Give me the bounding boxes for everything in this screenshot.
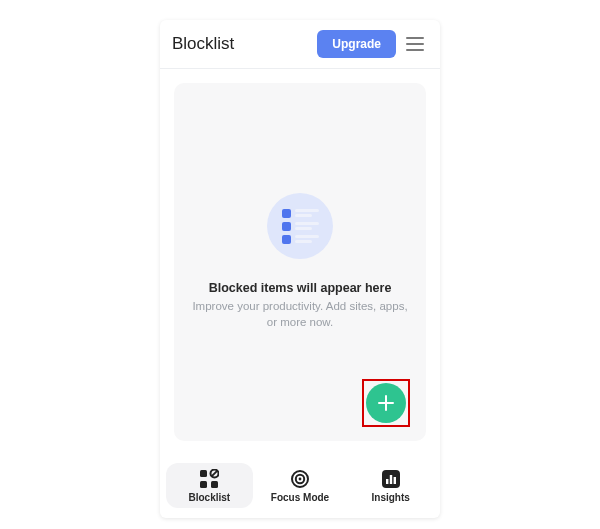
svg-rect-1: [200, 481, 207, 488]
add-button-highlight: [362, 379, 410, 427]
app-screen: Blocklist Upgrade: [160, 20, 440, 518]
svg-rect-11: [393, 477, 395, 484]
blocklist-illustration-icon: [267, 193, 333, 259]
main-content: Blocked items will appear here Improve y…: [160, 69, 440, 455]
svg-rect-10: [389, 475, 391, 484]
header: Blocklist Upgrade: [160, 20, 440, 69]
nav-blocklist[interactable]: Blocklist: [166, 463, 253, 508]
nav-label: Blocklist: [188, 492, 230, 503]
plus-icon: [377, 394, 395, 412]
nav-label: Insights: [372, 492, 410, 503]
nav-focus-mode[interactable]: Focus Mode: [257, 463, 344, 508]
bottom-nav: Blocklist Focus Mode Insi: [160, 455, 440, 518]
nav-label: Focus Mode: [271, 492, 329, 503]
grid-blocked-icon: [199, 469, 219, 489]
svg-rect-2: [211, 481, 218, 488]
hamburger-menu-icon[interactable]: [406, 33, 428, 55]
svg-line-4: [212, 471, 218, 477]
svg-rect-9: [386, 479, 388, 484]
bar-chart-icon: [381, 469, 401, 489]
target-icon: [290, 469, 310, 489]
header-actions: Upgrade: [317, 30, 428, 58]
page-title: Blocklist: [172, 34, 234, 54]
svg-rect-0: [200, 470, 207, 477]
add-button[interactable]: [366, 383, 406, 423]
empty-state-subtitle: Improve your productivity. Add sites, ap…: [188, 299, 412, 330]
upgrade-button[interactable]: Upgrade: [317, 30, 396, 58]
svg-point-7: [299, 478, 302, 481]
empty-state-card: Blocked items will appear here Improve y…: [174, 83, 426, 441]
nav-insights[interactable]: Insights: [347, 463, 434, 508]
empty-state-title: Blocked items will appear here: [209, 281, 392, 295]
